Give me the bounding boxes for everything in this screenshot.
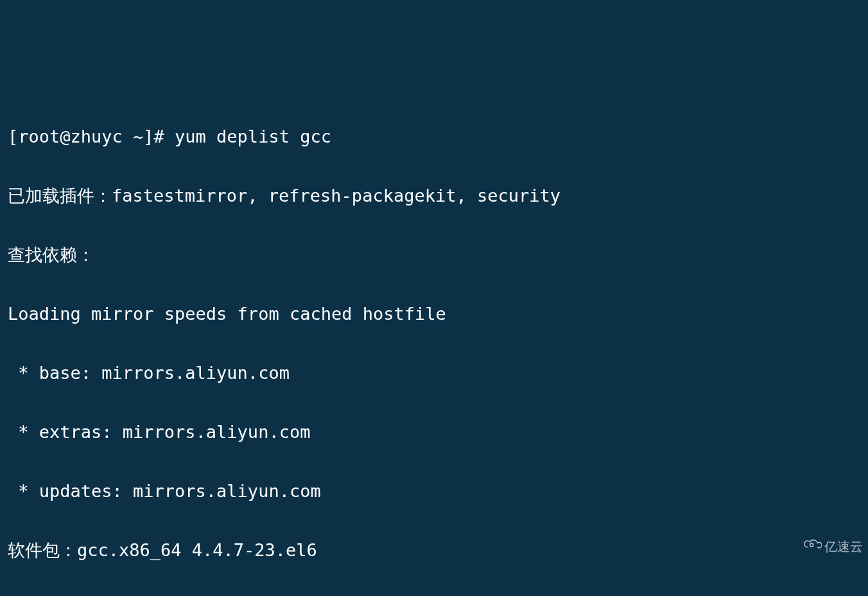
terminal-line: * updates: mirrors.aliyun.com — [8, 477, 860, 506]
terminal-line-prompt[interactable]: [root@zhuyc ~]# yum deplist gcc — [8, 122, 860, 152]
terminal-line: * base: mirrors.aliyun.com — [8, 358, 860, 388]
watermark: 亿速云 — [788, 502, 863, 591]
terminal-line: 查找依赖： — [8, 240, 860, 270]
terminal-line: 软件包：gcc.x86_64 4.4.7-23.el6 — [8, 536, 860, 565]
cloud-icon — [788, 502, 822, 591]
terminal-line: * extras: mirrors.aliyun.com — [8, 417, 860, 447]
terminal-line: 已加载插件：fastestmirror, refresh-packagekit,… — [8, 181, 860, 211]
watermark-text: 亿速云 — [824, 532, 863, 561]
terminal-line: Loading mirror speeds from cached hostfi… — [8, 299, 860, 329]
